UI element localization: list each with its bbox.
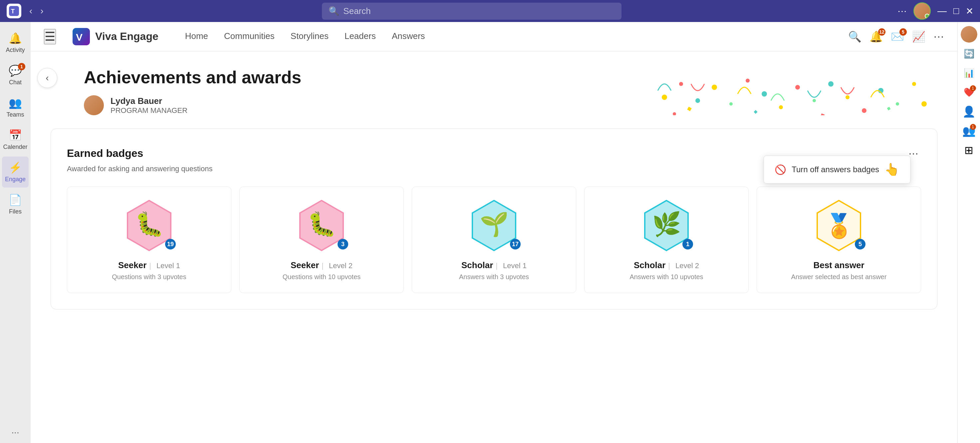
right-chart-button[interactable]: 📊 (961, 65, 977, 81)
nav-home[interactable]: Home (185, 28, 208, 45)
top-more-icon[interactable]: ⋯ (934, 30, 944, 43)
badge-name-scholar-2: Scholar (634, 260, 665, 271)
badge-icon-best-answer: 🏅 5 (812, 199, 865, 252)
chat-badge: 1 (18, 63, 25, 70)
maximize-button[interactable]: □ (953, 6, 959, 16)
nav-answers[interactable]: Answers (392, 28, 425, 45)
badge-name-row-best-answer: Best answer (813, 260, 864, 271)
right-person-button[interactable]: 👤 (961, 103, 977, 120)
messages-icon[interactable]: ✉️ 5 (891, 30, 904, 43)
trending-icon[interactable]: 📈 (912, 30, 925, 43)
sidebar-item-engage[interactable]: ⚡ Engage (2, 156, 29, 188)
svg-point-14 (828, 81, 834, 87)
badge-card-best-answer[interactable]: 🏅 5 Best answer Answer selected as best … (757, 186, 921, 293)
nav-links: Home Communities Storylines Leaders Answ… (185, 28, 425, 45)
more-options-title-button[interactable]: ⋯ (897, 6, 907, 17)
nav-leaders[interactable]: Leaders (345, 28, 376, 45)
search-icon: 🔍 (329, 6, 339, 16)
badges-section: Earned badges ⋯ Awarded for asking and a… (51, 129, 937, 309)
svg-point-4 (662, 95, 667, 100)
badge-card-seeker-1[interactable]: 🐛 19 Seeker | Level 1 Questions with 3 u… (67, 186, 231, 293)
forward-nav-button[interactable]: › (38, 4, 46, 18)
turn-off-icon: 🚫 (775, 164, 786, 175)
confetti-decoration (631, 71, 931, 115)
svg-text:🌱: 🌱 (480, 210, 509, 238)
brand-name: Viva Engage (95, 30, 158, 43)
badge-count-seeker-1: 19 (165, 239, 176, 250)
nav-communities[interactable]: Communities (224, 28, 275, 45)
badge-name-seeker-1: Seeker (118, 260, 146, 271)
sidebar-item-chat[interactable]: 💬 Chat 1 (2, 60, 29, 91)
minimize-button[interactable]: — (937, 6, 947, 16)
close-button[interactable]: ✕ (966, 6, 973, 17)
badge-desc-scholar-1: Answers with 3 upvotes (459, 273, 529, 281)
top-nav: ☰ V Viva Engage Home Communities (30, 22, 957, 51)
svg-point-25 (921, 101, 927, 107)
right-group-button[interactable]: 👥 1 (961, 123, 977, 139)
user-name: Lydya Bauer (110, 96, 188, 106)
right-heart-button[interactable]: ❤️ 1 (961, 84, 977, 100)
right-refresh-button[interactable]: 🔄 (961, 45, 977, 62)
svg-point-13 (813, 99, 816, 102)
hamburger-button[interactable]: ☰ (44, 29, 56, 44)
sidebar-label-engage: Engage (5, 176, 25, 183)
badge-count-seeker-2: 3 (337, 239, 348, 250)
sidebar-item-activity[interactable]: 🔔 Activity (2, 27, 29, 58)
nav-arrows: ‹ › (27, 4, 46, 18)
badge-count-best-answer: 5 (855, 239, 865, 250)
svg-point-17 (878, 88, 883, 93)
sidebar-item-files[interactable]: 📄 Files (2, 189, 29, 220)
user-role: PROGRAM MANAGER (110, 106, 188, 115)
sidebar-item-teams[interactable]: 👥 Teams (2, 92, 29, 123)
sidebar-label-files: Files (9, 208, 22, 215)
badge-name-best-answer: Best answer (813, 260, 864, 271)
badge-desc-seeker-1: Questions with 3 upvotes (112, 273, 186, 281)
engage-icon: ⚡ (9, 161, 22, 174)
back-button[interactable]: ‹ (37, 68, 57, 88)
badge-name-row-seeker-1: Seeker | Level 1 (118, 260, 180, 271)
svg-point-20 (673, 112, 676, 115)
nav-storylines[interactable]: Storylines (291, 28, 329, 45)
search-bar[interactable]: 🔍 (322, 3, 622, 20)
main-container: ☰ V Viva Engage Home Communities (30, 22, 957, 443)
sidebar-more-button[interactable]: ··· (11, 427, 19, 438)
sidebar-item-calendar[interactable]: 📅 Calender (2, 124, 29, 155)
notifications-icon[interactable]: 🔔 12 (870, 30, 883, 43)
badge-icon-scholar-1: 🌱 17 (467, 199, 520, 252)
title-bar-right: ⋯ — □ ✕ (897, 2, 973, 20)
title-bar-left: T ‹ › (7, 4, 46, 18)
badge-level-seeker-1: Level 1 (156, 261, 180, 270)
badge-icon-seeker-2: 🐛 3 (295, 199, 348, 252)
svg-point-6 (695, 98, 700, 103)
back-nav-button[interactable]: ‹ (27, 4, 35, 18)
svg-text:T: T (11, 8, 14, 15)
group-badge: 1 (970, 124, 976, 130)
page-title: Achievements and awards (84, 67, 301, 87)
sidebar-label-teams: Teams (6, 111, 24, 118)
refresh-icon: 🔄 (964, 49, 974, 59)
svg-text:🐛: 🐛 (135, 210, 164, 238)
svg-point-18 (896, 102, 899, 105)
right-profile-avatar[interactable] (961, 26, 977, 43)
svg-point-15 (845, 95, 850, 99)
messages-badge: 5 (899, 28, 907, 36)
turn-off-label[interactable]: Turn off answers badges (792, 165, 879, 174)
badge-name-row-scholar-1: Scholar | Level 1 (461, 260, 527, 271)
svg-point-8 (729, 102, 733, 105)
svg-point-9 (746, 79, 749, 83)
right-grid-button[interactable]: ⊞ (961, 142, 977, 159)
badge-level-scholar-2: Level 2 (675, 261, 699, 270)
badge-card-scholar-1[interactable]: 🌱 17 Scholar | Level 1 Answers with 3 up… (412, 186, 576, 293)
avatar[interactable] (913, 2, 931, 20)
search-input[interactable] (343, 6, 615, 16)
badge-card-seeker-2[interactable]: 🐛 3 Seeker | Level 2 Questions with 10 u… (239, 186, 404, 293)
svg-rect-28 (821, 113, 825, 115)
top-search-icon[interactable]: 🔍 (848, 30, 861, 43)
badge-level-seeker-2: Level 2 (329, 261, 353, 270)
badge-name-row-seeker-2: Seeker | Level 2 (291, 260, 353, 271)
badge-cards: 🐛 19 Seeker | Level 1 Questions with 3 u… (67, 186, 921, 293)
user-info: Lydya Bauer PROGRAM MANAGER (84, 95, 301, 115)
badge-card-scholar-2[interactable]: 🌿 1 Scholar | Level 2 Answers with 10 up… (584, 186, 749, 293)
sidebar-label-calendar: Calender (3, 143, 27, 151)
online-status-dot (925, 14, 929, 18)
